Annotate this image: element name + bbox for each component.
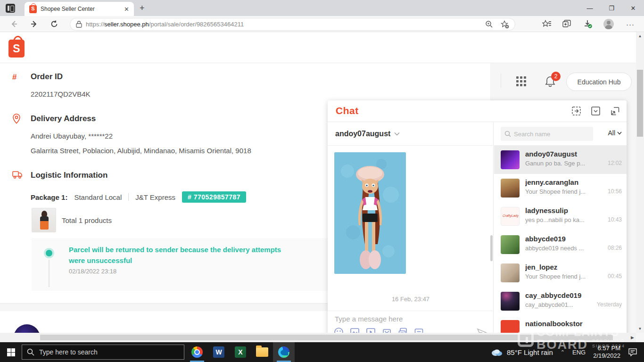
close-button[interactable]: ✕ — [622, 0, 644, 16]
order-id-label: Order ID — [31, 72, 63, 82]
chevron-down-icon — [394, 132, 400, 136]
forward-icon[interactable] — [28, 18, 40, 30]
chat-expand-icon[interactable] — [610, 106, 620, 116]
delivery-address-icon — [12, 114, 22, 123]
taskbar-chrome-icon[interactable] — [186, 342, 208, 362]
browser-menu-icon[interactable]: ··· — [625, 18, 636, 30]
logistics-label: Logistic Information — [31, 171, 107, 180]
chat-message-image[interactable] — [334, 152, 406, 274]
timeline-dot-icon — [44, 248, 54, 258]
package-row: Package 1: Standard Local J&T Express # … — [31, 191, 246, 203]
refresh-icon[interactable] — [49, 18, 60, 30]
chat-scrollbar[interactable] — [490, 235, 493, 261]
chat-popout-icon[interactable] — [571, 106, 581, 116]
shopee-favicon-icon — [29, 5, 37, 13]
chat-contact-bar[interactable]: andoy07august — [328, 122, 494, 146]
package-label: Package 1: — [31, 193, 67, 201]
tracking-number-badge[interactable]: # 770529857787 — [182, 191, 246, 203]
window-controls: — ❐ ✕ — [579, 0, 644, 16]
taskbar-clock[interactable]: 6:57 PM 2/19/2022 — [593, 345, 620, 360]
shopee-header: Home › My Sales › Order Details divinadi… — [0, 32, 644, 63]
scrollbar-thumb[interactable] — [40, 335, 613, 340]
chat-input[interactable] — [335, 315, 486, 323]
product-thumbnail[interactable] — [32, 208, 56, 232]
collections-icon[interactable] — [561, 18, 572, 30]
chat-search-box[interactable] — [501, 127, 593, 141]
search-icon — [27, 348, 34, 356]
apps-grid-icon[interactable] — [516, 76, 527, 87]
start-button[interactable] — [0, 342, 22, 362]
address-line: Galarrita Street, Poblacion, Alubijid, M… — [31, 147, 251, 155]
restore-button[interactable]: ❐ — [601, 0, 622, 16]
taskbar-overflow-icon[interactable]: ⌃ — [561, 349, 565, 355]
horizontal-scrollbar[interactable]: ▶ — [0, 333, 636, 342]
notifications-bell-icon[interactable]: 2 — [545, 75, 557, 89]
chat-filter-dropdown[interactable]: All — [608, 129, 622, 137]
shopee-logo-icon[interactable] — [8, 40, 25, 58]
chat-header: Chat — [328, 100, 627, 122]
list-item[interactable]: cay_abbycde019 cay_abbycde01...Yesterday — [494, 287, 627, 315]
order-id-value: 2202117QD2VB4K — [31, 90, 90, 98]
windows-logo-icon — [7, 348, 15, 356]
back-icon[interactable] — [8, 18, 20, 30]
address-bar[interactable]: https://seller.shopee.ph/portal/sale/ord… — [70, 18, 515, 31]
chat-conversation-pane: andoy07august — [328, 122, 494, 336]
browser-tab[interactable]: Shopee Seller Center ✕ — [25, 2, 134, 16]
action-center-icon[interactable] — [628, 348, 637, 356]
list-item[interactable]: jenny.caranglan Your Shopee friend j...1… — [494, 174, 627, 202]
courier: J&T Express — [135, 193, 175, 201]
list-item[interactable]: jen_lopez Your Shopee friend j...00:45 — [494, 259, 627, 287]
scrollbar-thumb[interactable] — [637, 70, 643, 137]
zoom-icon[interactable] — [485, 20, 493, 28]
url-text: https://seller.shopee.ph/portal/sale/ord… — [86, 21, 481, 28]
taskbar: W X 85°F Light rain ⌃ ENG 6:57 PM 2/19/2… — [0, 342, 644, 362]
message-timestamp: 16 Feb, 23:47 — [328, 296, 494, 303]
taskbar-search-input[interactable] — [39, 348, 171, 356]
delivery-address-label: Delivery Address — [31, 114, 96, 123]
taskbar-excel-icon[interactable]: X — [230, 342, 251, 362]
site-info-icon[interactable] — [76, 21, 82, 28]
tab-actions-icon[interactable] — [6, 4, 15, 13]
notification-badge: 2 — [551, 72, 561, 81]
contact-avatar — [501, 207, 520, 226]
profile-icon[interactable] — [603, 18, 614, 30]
chat-search-row: All — [494, 122, 627, 146]
taskbar-weather[interactable]: 85°F Light rain — [491, 348, 553, 356]
logistics-icon — [12, 171, 22, 180]
chat-title: Chat — [336, 105, 359, 116]
list-item[interactable]: abbycde019 abbycde019 needs ...08:26 — [494, 230, 627, 259]
chat-panel: Chat andoy07august — [328, 100, 627, 336]
order-id-icon: # — [12, 73, 22, 82]
language-indicator[interactable]: ENG — [572, 349, 586, 356]
active-contact-name: andoy07august — [335, 130, 390, 138]
favorite-star-icon[interactable] — [501, 20, 509, 29]
chat-search-input[interactable] — [514, 131, 580, 138]
tab-close-icon[interactable]: ✕ — [124, 6, 129, 13]
search-icon — [504, 131, 511, 137]
contact-avatar — [501, 235, 520, 254]
minimize-button[interactable]: — — [579, 0, 601, 16]
new-tab-button[interactable]: + — [140, 3, 145, 13]
list-item[interactable]: ladynessulip yes po...nabili po ka...10:… — [494, 202, 627, 230]
chat-list-pane: All andoy07august Ganun po ba. Sge p...1… — [494, 122, 627, 342]
tracking-status-time: 02/18/2022 23:18 — [69, 268, 116, 275]
tracking-status-text: Parcel will be returned to sender becaus… — [69, 244, 286, 266]
screen: Shopee Seller Center ✕ + — ❐ ✕ https://s… — [0, 0, 644, 362]
taskbar-edge-icon[interactable] — [273, 342, 295, 362]
taskbar-search[interactable] — [22, 345, 184, 360]
chat-minimize-icon[interactable] — [591, 106, 601, 116]
shipping-option: Standard Local — [74, 193, 122, 201]
contact-avatar — [501, 150, 520, 169]
favorites-list-icon[interactable] — [541, 18, 553, 30]
browser-tab-bar: Shopee Seller Center ✕ + — ❐ ✕ — [0, 0, 644, 16]
downloads-icon[interactable] — [582, 18, 594, 30]
education-hub-button[interactable]: Education Hub — [566, 73, 632, 91]
products-summary: Total 1 products — [62, 216, 112, 224]
list-item[interactable]: andoy07august Ganun po ba. Sge p...12:02 — [494, 146, 627, 174]
browser-toolbar: https://seller.shopee.ph/portal/sale/ord… — [0, 16, 644, 32]
taskbar-explorer-icon[interactable] — [251, 342, 273, 362]
vertical-scrollbar[interactable]: ▲ ▼ — [636, 32, 644, 333]
recipient: Andrei Ubayubay, ******22 — [31, 132, 113, 140]
taskbar-word-icon[interactable]: W — [208, 342, 230, 362]
contact-avatar — [501, 179, 520, 197]
